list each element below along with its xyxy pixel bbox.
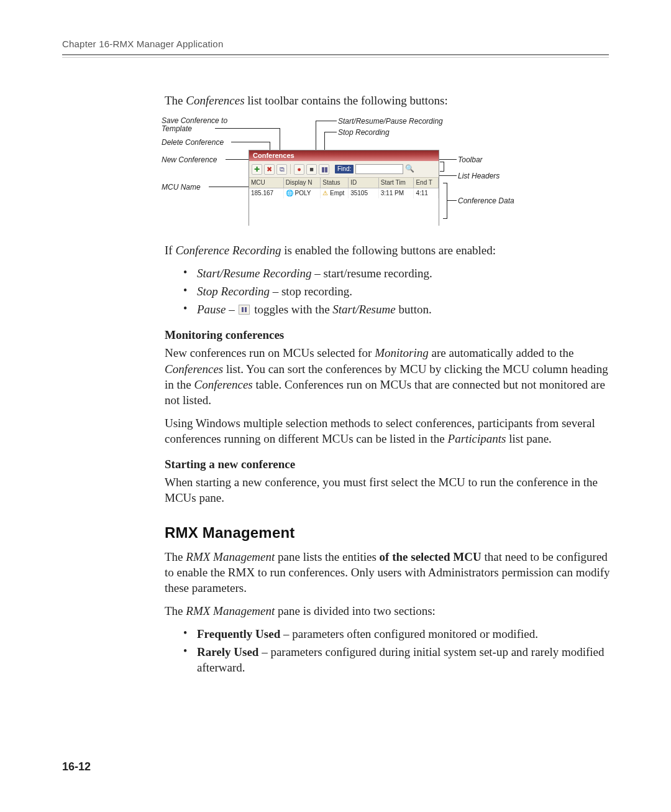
callout-delete-conf: Delete Conference — [162, 138, 224, 148]
text: button. — [396, 303, 432, 316]
text: pane is divided into two sections: — [275, 604, 436, 617]
subhead-monitoring: Monitoring conferences — [165, 327, 612, 343]
cell-mcu: 185.167 — [249, 188, 284, 198]
intro-paragraph: The Conferences list toolbar contains th… — [165, 93, 612, 108]
italic: Conferences — [186, 94, 244, 107]
warn-icon: ⚠ — [322, 190, 328, 196]
new-conference-icon[interactable]: ✚ — [252, 164, 262, 175]
text: The — [165, 550, 186, 563]
text: POLY — [295, 190, 311, 196]
col-start[interactable]: Start Tim — [379, 178, 414, 188]
mgmt-sections-list: Frequently Used – parameters often confi… — [180, 626, 612, 675]
italic: RMX Management — [186, 604, 275, 617]
text: pane lists the entities — [275, 550, 379, 563]
starting-p: When starting a new conference, you must… — [165, 474, 612, 505]
callout-mcu-name: MCU Name — [162, 183, 201, 193]
callout-stop-rec: Stop Recording — [338, 128, 390, 138]
list-item: Stop Recording – stop recording. — [180, 284, 612, 299]
save-template-icon[interactable]: ⧉ — [276, 164, 287, 175]
text: are automatically added to the — [429, 346, 574, 359]
bold: Rarely Used — [197, 645, 258, 658]
col-end[interactable]: End T — [414, 178, 439, 188]
header-rule — [62, 54, 609, 58]
callout-start-pause: Start/Resume/Pause Recording — [338, 117, 443, 127]
find-box: Find: 🔍 — [335, 164, 414, 174]
callout-line — [438, 175, 457, 176]
cell-display: 🌐 POLY — [284, 188, 321, 198]
monitoring-p2: Using Windows multiple selection methods… — [165, 415, 612, 446]
list-item: Rarely Used – parameters configured duri… — [180, 644, 612, 675]
italic: Stop Recording — [197, 285, 270, 298]
page-number: 16-12 — [62, 760, 91, 773]
record-start-icon[interactable]: ● — [294, 164, 304, 175]
italic: Conferences — [194, 378, 253, 391]
callout-list-headers: List Headers — [458, 172, 500, 182]
col-status[interactable]: Status — [321, 178, 349, 188]
cell-end: 4:11 — [414, 188, 439, 198]
find-input[interactable] — [355, 164, 403, 174]
text: – stop recording. — [270, 285, 352, 298]
monitoring-p1: New conferences run on MCUs selected for… — [165, 345, 612, 407]
callout-save-template: Save Conference to Template — [162, 117, 242, 133]
col-id[interactable]: ID — [349, 178, 379, 188]
text: is enabled the following buttons are ena… — [281, 244, 496, 257]
callout-line — [324, 132, 337, 132]
pause-icon — [239, 305, 250, 315]
italic: RMX Management — [186, 550, 275, 563]
callout-new-conf: New Conference — [162, 155, 217, 165]
text: – start/resume recording. — [312, 267, 432, 280]
callout-toolbar: Toolbar — [458, 155, 483, 165]
search-icon[interactable]: 🔍 — [405, 164, 414, 174]
text: The — [165, 604, 186, 617]
window-toolbar: ✚ ✖ ⧉ ● ■ ▮▮ Find: 🔍 — [249, 161, 439, 178]
text: Empt — [330, 190, 344, 196]
callout-line — [438, 159, 457, 160]
callout-line — [215, 128, 280, 129]
list-item: Pause – toggles with the Start/Resume bu… — [180, 302, 612, 317]
figure-wrap: Save Conference to Template Delete Confe… — [165, 116, 612, 234]
italic: Participants — [448, 432, 506, 445]
window-title: Conferences — [249, 150, 439, 161]
italic: Monitoring — [375, 346, 429, 359]
column-headers: MCU Display N Status ID Start Tim End T — [249, 178, 439, 188]
callout-line — [447, 200, 457, 201]
text: If — [165, 244, 175, 257]
find-label: Find: — [335, 165, 354, 173]
text: New conferences run on MCUs selected for — [165, 346, 375, 359]
italic: Start/Resume — [332, 303, 395, 316]
running-header: Chapter 16-RMX Manager Application — [62, 39, 609, 49]
mgmt-p1: The RMX Management pane lists the entiti… — [165, 549, 612, 596]
col-display[interactable]: Display N — [284, 178, 321, 188]
text: – parameters configured during initial s… — [197, 645, 605, 674]
record-stop-icon[interactable]: ■ — [306, 164, 317, 175]
italic: Pause — [197, 303, 226, 316]
bracket — [443, 183, 447, 219]
mgmt-p2: The RMX Management pane is divided into … — [165, 603, 612, 619]
text: – — [226, 303, 237, 316]
list-item: Frequently Used – parameters often confi… — [180, 626, 612, 642]
bracket — [440, 162, 444, 172]
page: Chapter 16-RMX Manager Application The C… — [0, 0, 671, 812]
italic: Conference Recording — [175, 244, 281, 257]
italic: Conferences — [165, 362, 223, 376]
italic: Start/Resume Recording — [197, 267, 312, 280]
callout-line — [316, 121, 337, 121]
conferences-window: Conferences ✚ ✖ ⧉ ● ■ ▮▮ Find: 🔍 — [249, 150, 439, 226]
delete-conference-icon[interactable]: ✖ — [264, 164, 275, 175]
text: list toolbar contains the following butt… — [245, 94, 448, 107]
text: list pane. — [506, 432, 551, 445]
bold: of the selected MCU — [380, 550, 482, 563]
cell-start: 3:11 PM — [379, 188, 414, 198]
cell-status: ⚠ Empt — [321, 188, 349, 198]
globe-icon: 🌐 — [286, 190, 293, 196]
text: toggles with the — [251, 303, 332, 316]
table-row[interactable]: 185.167 🌐 POLY ⚠ Empt 35105 3:11 PM 4:11 — [249, 188, 439, 198]
table-blank — [249, 198, 439, 227]
record-pause-icon[interactable]: ▮▮ — [319, 164, 329, 175]
annotated-figure: Save Conference to Template Delete Confe… — [162, 116, 534, 234]
callout-conf-data: Conference Data — [458, 196, 514, 206]
subhead-starting: Starting a new conference — [165, 456, 612, 472]
list-item: Start/Resume Recording – start/resume re… — [180, 265, 612, 281]
section-heading-rmx-management: RMX Management — [165, 523, 612, 543]
col-mcu[interactable]: MCU — [249, 178, 284, 188]
